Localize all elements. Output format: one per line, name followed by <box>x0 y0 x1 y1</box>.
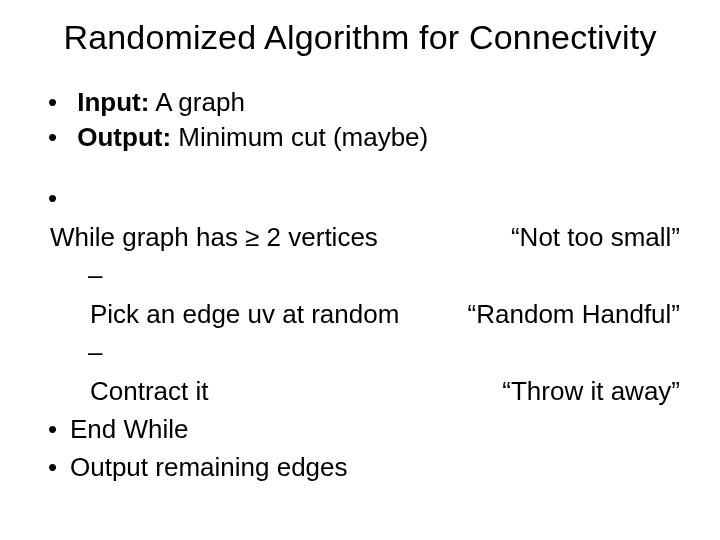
while-text: While graph has ≥ 2 vertices <box>50 218 378 256</box>
sub-list: Pick an edge uv at random “Random Handfu… <box>50 256 680 410</box>
steps-list: While graph has ≥ 2 vertices “Not too sm… <box>40 179 680 487</box>
slide-title: Randomized Algorithm for Connectivity <box>40 18 680 57</box>
note-random-handful: “Random Handful” <box>468 295 680 333</box>
input-label: Input: <box>77 87 149 117</box>
output-value: Minimum cut (maybe) <box>171 122 428 152</box>
input-value: A graph <box>149 87 244 117</box>
while-row: While graph has ≥ 2 vertices “Not too sm… <box>50 179 680 410</box>
input-line: Input: A graph <box>50 85 680 120</box>
pick-text: Pick an edge uv at random <box>90 295 399 333</box>
contract-text: Contract it <box>90 372 209 410</box>
slide: Randomized Algorithm for Connectivity In… <box>0 0 720 540</box>
note-not-too-small: “Not too small” <box>511 218 680 256</box>
output-edges-text: Output remaining edges <box>50 448 680 486</box>
pick-row: Pick an edge uv at random “Random Handfu… <box>90 256 680 333</box>
note-throw-away: “Throw it away” <box>502 372 680 410</box>
output-line: Output: Minimum cut (maybe) <box>50 120 680 155</box>
end-while-text: End While <box>50 410 680 448</box>
io-list: Input: A graph Output: Minimum cut (mayb… <box>40 85 680 155</box>
output-label: Output: <box>77 122 171 152</box>
contract-row: Contract it “Throw it away” <box>90 333 680 410</box>
